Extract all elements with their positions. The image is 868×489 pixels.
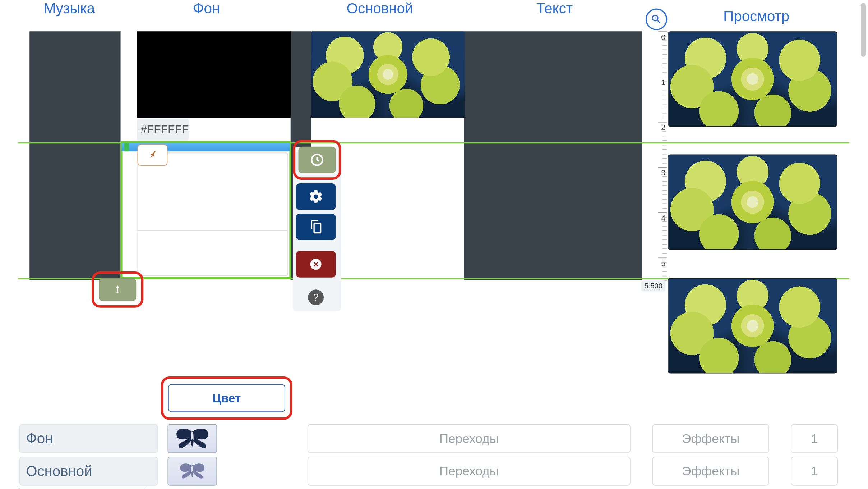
tab-main[interactable]: Основной xyxy=(292,0,467,31)
scrollbar-thumb[interactable] xyxy=(861,3,866,57)
pin-button[interactable] xyxy=(138,144,168,166)
tab-music[interactable]: Музыка xyxy=(18,0,120,31)
flower-image xyxy=(669,155,837,249)
butterfly-icon xyxy=(174,426,211,451)
preview-thumb-2[interactable] xyxy=(668,155,837,250)
highlight-color: Цвет xyxy=(161,376,292,420)
layer-label-background[interactable]: Фон xyxy=(19,424,158,453)
layer-thumb-background[interactable] xyxy=(167,424,217,453)
transitions-button-main[interactable]: Переходы xyxy=(308,457,631,486)
flower-image xyxy=(669,32,837,126)
time-position-chip[interactable]: 5.500 xyxy=(641,280,665,291)
column-tabs: Музыка Фон Основной Текст xyxy=(18,0,642,31)
flower-image xyxy=(669,279,837,373)
delete-button[interactable] xyxy=(296,251,336,278)
preview-thumb-1[interactable] xyxy=(668,31,837,127)
timeline-track-text[interactable] xyxy=(464,31,642,280)
color-button[interactable]: Цвет xyxy=(168,384,285,412)
layer-row-background: Фон Переходы Эффекты 1 xyxy=(19,424,839,453)
duplicate-button[interactable] xyxy=(296,214,336,240)
clip-divider xyxy=(138,230,288,231)
timing-button[interactable] xyxy=(299,147,336,173)
layer-label-main[interactable]: Основной xyxy=(19,457,158,486)
effects-button-main[interactable]: Эффекты xyxy=(652,457,769,486)
tab-background[interactable]: Фон xyxy=(121,0,292,31)
transitions-button-bg[interactable]: Переходы xyxy=(308,424,631,453)
butterfly-icon xyxy=(179,461,206,481)
preview-thumb-3[interactable] xyxy=(668,278,837,373)
tab-text[interactable]: Текст xyxy=(467,0,642,31)
close-circle-icon xyxy=(309,257,323,271)
main-image-thumbnail[interactable] xyxy=(311,31,465,118)
clip-start-grip[interactable] xyxy=(124,143,129,151)
settings-button[interactable] xyxy=(296,183,336,210)
background-color-swatch[interactable] xyxy=(137,31,291,118)
layer-row-main: Основной Переходы Эффекты 1 xyxy=(19,457,839,486)
hex-value-chip[interactable]: #FFFFFF xyxy=(137,119,189,141)
question-icon: ? xyxy=(313,292,319,303)
gear-icon xyxy=(308,189,324,205)
highlight-resize xyxy=(92,271,143,308)
layer-thumb-main[interactable] xyxy=(167,457,217,486)
copy-icon xyxy=(309,220,323,234)
resize-handle-button[interactable] xyxy=(99,278,136,301)
flower-image xyxy=(311,31,465,118)
zoom-in-button[interactable] xyxy=(646,8,667,30)
action-column: ? xyxy=(293,140,341,305)
pin-icon xyxy=(144,147,161,164)
count-field-bg[interactable]: 1 xyxy=(791,424,838,453)
preview-label: Просмотр xyxy=(723,8,789,25)
clip-body[interactable] xyxy=(137,152,288,275)
help-button[interactable]: ? xyxy=(308,289,324,305)
zoom-in-icon xyxy=(650,13,662,26)
count-field-main[interactable]: 1 xyxy=(791,457,838,486)
clock-icon xyxy=(310,152,324,167)
effects-button-bg[interactable]: Эффекты xyxy=(652,424,769,453)
resize-vertical-icon xyxy=(113,283,123,296)
highlight-clock xyxy=(293,140,341,180)
timeline-track-music[interactable] xyxy=(29,31,120,280)
time-ruler: 0 1 2 3 4 5 xyxy=(641,31,666,287)
